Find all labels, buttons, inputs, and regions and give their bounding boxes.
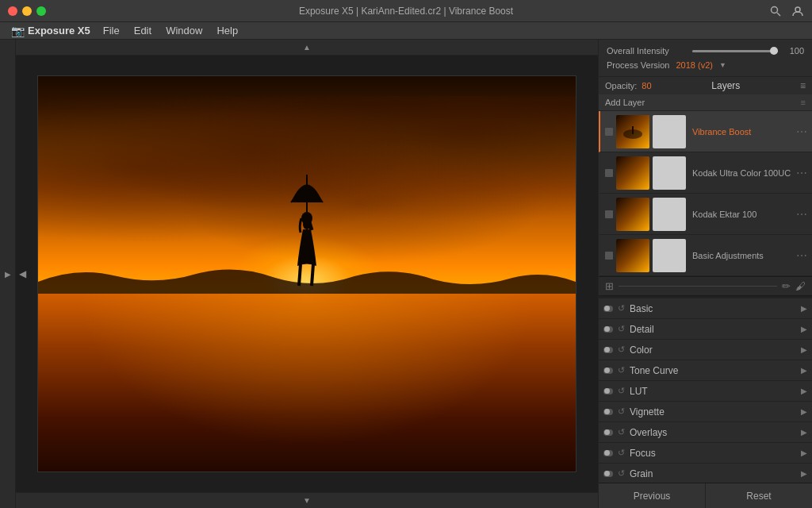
adj-item-focus[interactable]: ↺ Focus ▶ xyxy=(599,443,812,464)
adj-item-color[interactable]: ↺ Color ▶ xyxy=(599,340,812,360)
intensity-slider[interactable] xyxy=(692,50,778,52)
title-bar: Exposure X5 | KariAnn-Edited.cr2 | Vibra… xyxy=(0,0,812,22)
layer-name-1: Kodak Ultra Color 100UC xyxy=(689,168,793,178)
add-layer-bar[interactable]: Add Layer ≡ xyxy=(599,94,812,111)
adj-refresh-lut[interactable]: ↺ xyxy=(618,386,625,396)
adj-refresh-color[interactable]: ↺ xyxy=(618,344,625,355)
layer-edit-icon[interactable]: ✏ xyxy=(782,280,791,292)
image-container: ◀ xyxy=(16,56,598,492)
layer-thumb-mask-2 xyxy=(653,198,686,231)
adj-name-detail: Detail xyxy=(630,324,654,335)
adj-refresh-vignette[interactable]: ↺ xyxy=(618,406,625,417)
adj-refresh-tone-curve[interactable]: ↺ xyxy=(618,365,625,375)
canvas-bottom-arrow: ▼ xyxy=(303,496,311,505)
layer-item-3[interactable]: Basic Adjustments ⋯ xyxy=(599,235,812,276)
adj-item-lut[interactable]: ↺ LUT ▶ xyxy=(599,381,812,402)
adj-refresh-basic[interactable]: ↺ xyxy=(618,303,625,314)
user-icon[interactable] xyxy=(791,5,804,17)
adj-arrow-overlays[interactable]: ▶ xyxy=(801,428,807,437)
intensity-slider-thumb xyxy=(770,47,778,55)
add-layer-label: Add Layer xyxy=(605,98,645,107)
close-button[interactable] xyxy=(8,6,17,16)
adj-toggle-vignette[interactable] xyxy=(603,409,613,415)
adj-refresh-detail[interactable]: ↺ xyxy=(618,324,625,334)
adj-toggle-grain[interactable] xyxy=(603,471,613,477)
main-layout: ▶ ▲ ◀ xyxy=(0,40,812,508)
layer-item-1[interactable]: Kodak Ultra Color 100UC ⋯ xyxy=(599,152,812,194)
adj-item-overlays[interactable]: ↺ Overlays ▶ xyxy=(599,422,812,443)
layer-menu-0[interactable]: ⋯ xyxy=(796,125,807,138)
adj-toggle-basic[interactable] xyxy=(603,306,613,312)
left-panel[interactable]: ▶ xyxy=(0,40,16,508)
intensity-slider-container[interactable] xyxy=(692,50,778,52)
adj-item-tone-curve[interactable]: ↺ Tone Curve ▶ xyxy=(599,360,812,381)
adj-item-vignette[interactable]: ↺ Vignette ▶ xyxy=(599,402,812,422)
canvas-top-arrow: ▲ xyxy=(303,43,311,52)
svg-rect-14 xyxy=(616,239,649,272)
layers-title: Layers xyxy=(711,80,740,91)
adj-name-focus: Focus xyxy=(630,448,656,459)
adj-arrow-tone-curve[interactable]: ▶ xyxy=(801,366,807,375)
search-icon[interactable] xyxy=(769,5,782,17)
adj-toggle-lut[interactable] xyxy=(603,388,613,394)
layer-item-0[interactable]: Vibrance Boost ⋯ xyxy=(599,111,812,152)
adj-refresh-focus[interactable]: ↺ xyxy=(618,448,625,458)
adj-toggle-detail[interactable] xyxy=(603,326,613,333)
layer-visibility-3[interactable] xyxy=(605,252,613,260)
opacity-row: Opacity: 80 xyxy=(605,81,652,90)
layer-thumb-3 xyxy=(616,239,649,272)
previous-button[interactable]: Previous xyxy=(599,483,706,508)
menu-file[interactable]: File xyxy=(97,23,126,38)
intensity-label: Overall Intensity xyxy=(607,46,686,56)
reset-button[interactable]: Reset xyxy=(706,483,812,508)
adj-arrow-focus[interactable]: ▶ xyxy=(801,448,807,457)
menu-edit[interactable]: Edit xyxy=(128,23,158,38)
layer-name-3: Basic Adjustments xyxy=(689,251,793,260)
layers-menu-icon[interactable]: ≡ xyxy=(800,80,806,91)
adj-refresh-grain[interactable]: ↺ xyxy=(618,468,625,479)
menu-help[interactable]: Help xyxy=(210,23,244,38)
layer-name-2: Kodak Ektar 100 xyxy=(689,210,793,219)
layer-thumb-1 xyxy=(616,156,649,190)
adj-toggle-tone-curve[interactable] xyxy=(603,368,613,374)
layer-item-2[interactable]: Kodak Ektar 100 ⋯ xyxy=(599,194,812,235)
layer-thumb-mask-0 xyxy=(653,115,686,148)
svg-rect-12 xyxy=(616,156,649,190)
opacity-value[interactable]: 80 xyxy=(642,81,651,90)
adj-toggle-focus[interactable] xyxy=(603,450,613,456)
adj-arrow-lut[interactable]: ▶ xyxy=(801,387,807,395)
adj-arrow-color[interactable]: ▶ xyxy=(801,345,807,354)
process-value[interactable]: 2018 (v2) xyxy=(676,60,712,70)
title-bar-right xyxy=(769,5,812,17)
svg-line-7 xyxy=(312,264,313,286)
left-panel-arrow: ▶ xyxy=(5,270,11,279)
layer-name-0: Vibrance Boost xyxy=(689,127,793,137)
layer-visibility-2[interactable] xyxy=(605,210,613,218)
layer-menu-2[interactable]: ⋯ xyxy=(796,208,807,221)
adj-left-basic: ↺ Basic xyxy=(603,303,653,314)
adj-name-grain: Grain xyxy=(630,468,653,479)
layer-visibility-0[interactable] xyxy=(605,128,613,136)
menu-window[interactable]: Window xyxy=(159,23,209,38)
layer-add-icon[interactable]: ⊞ xyxy=(605,280,614,292)
adj-refresh-overlays[interactable]: ↺ xyxy=(618,427,625,437)
layer-visibility-1[interactable] xyxy=(605,169,613,177)
layer-brush-icon[interactable]: 🖌 xyxy=(795,280,806,292)
layer-menu-1[interactable]: ⋯ xyxy=(796,167,807,179)
adj-item-basic[interactable]: ↺ Basic ▶ xyxy=(599,298,812,319)
adj-arrow-grain[interactable]: ▶ xyxy=(801,469,807,478)
layer-thumb-mask-1 xyxy=(653,156,686,190)
adj-item-detail[interactable]: ↺ Detail ▶ xyxy=(599,319,812,340)
maximize-button[interactable] xyxy=(36,6,46,16)
svg-point-0 xyxy=(772,6,778,13)
adj-arrow-vignette[interactable]: ▶ xyxy=(801,407,807,416)
adj-item-grain[interactable]: ↺ Grain ▶ xyxy=(599,464,812,483)
layer-toolbar-right: ✏ 🖌 xyxy=(782,280,806,292)
adj-arrow-basic[interactable]: ▶ xyxy=(801,304,807,313)
adj-toggle-overlays[interactable] xyxy=(603,429,613,436)
layer-menu-3[interactable]: ⋯ xyxy=(796,249,807,262)
minimize-button[interactable] xyxy=(22,6,32,16)
adj-arrow-detail[interactable]: ▶ xyxy=(801,325,807,333)
adj-toggle-color[interactable] xyxy=(603,347,613,353)
photo-reflection xyxy=(38,294,576,471)
